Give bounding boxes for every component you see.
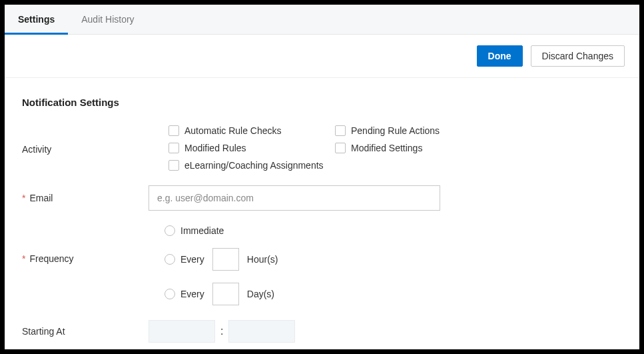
email-input[interactable] [149,185,440,211]
radio-every-hours[interactable]: Every Hour(s) [164,248,622,271]
hours-input[interactable] [212,248,239,271]
label-starting-at: Starting At [22,326,65,337]
required-mark-frequency: * [22,253,25,264]
checkbox-input-modified-settings[interactable] [335,143,346,153]
row-starting-at: Starting At : [22,320,622,343]
radio-immediate[interactable]: Immediate [164,225,622,236]
starting-at-hour-input[interactable] [149,320,215,343]
radio-label-every-hours-suffix: Hour(s) [247,254,278,265]
checkbox-input-automatic-rule-checks[interactable] [168,125,179,136]
checkbox-input-modified-rules[interactable] [168,143,179,153]
radio-every-days[interactable]: Every Day(s) [164,283,622,305]
starting-at-minute-input[interactable] [228,320,295,343]
time-separator: : [220,325,223,337]
checkbox-input-elearning-coaching[interactable] [168,160,179,171]
radio-label-immediate: Immediate [180,225,224,236]
checkbox-label-pending-rule-actions: Pending Rule Actions [351,125,440,136]
tab-settings[interactable]: Settings [5,5,68,34]
checkbox-automatic-rule-checks[interactable]: Automatic Rule Checks [168,125,335,136]
radio-input-every-hours[interactable] [164,254,175,265]
tab-audit-history[interactable]: Audit History [68,5,147,34]
checkbox-label-elearning-coaching: eLearning/Coaching Assignments [184,160,324,171]
action-bar: Done Discard Changes [5,35,639,78]
checkbox-label-modified-settings: Modified Settings [351,143,422,153]
checkbox-modified-rules[interactable]: Modified Rules [168,143,335,153]
row-frequency: * Frequency Immediate Every Hour(s) [22,225,622,305]
checkbox-modified-settings[interactable]: Modified Settings [335,143,501,153]
section-title: Notification Settings [22,97,622,108]
required-mark-email: * [22,193,25,203]
label-frequency: Frequency [29,253,73,264]
label-activity: Activity [22,144,51,155]
content-area: Notification Settings Activity Automatic… [5,78,639,349]
days-input[interactable] [212,283,239,305]
radio-input-immediate[interactable] [164,225,175,236]
checkbox-pending-rule-actions[interactable]: Pending Rule Actions [335,125,501,136]
discard-changes-button[interactable]: Discard Changes [531,45,625,67]
row-email: * Email [22,185,622,211]
radio-input-every-days[interactable] [164,289,175,299]
done-button[interactable]: Done [477,45,523,67]
radio-label-every-days-prefix: Every [180,289,204,299]
checkbox-elearning-coaching[interactable]: eLearning/Coaching Assignments [168,160,324,171]
app-window: Settings Audit History Done Discard Chan… [5,5,639,349]
checkbox-input-pending-rule-actions[interactable] [335,125,346,136]
radio-label-every-days-suffix: Day(s) [247,289,274,299]
tab-bar: Settings Audit History [5,5,639,35]
label-email: Email [29,193,53,203]
radio-label-every-hours-prefix: Every [180,254,204,265]
row-activity: Activity Automatic Rule Checks Pending R… [22,125,622,171]
checkbox-label-modified-rules: Modified Rules [184,143,246,153]
checkbox-label-automatic-rule-checks: Automatic Rule Checks [184,125,282,136]
